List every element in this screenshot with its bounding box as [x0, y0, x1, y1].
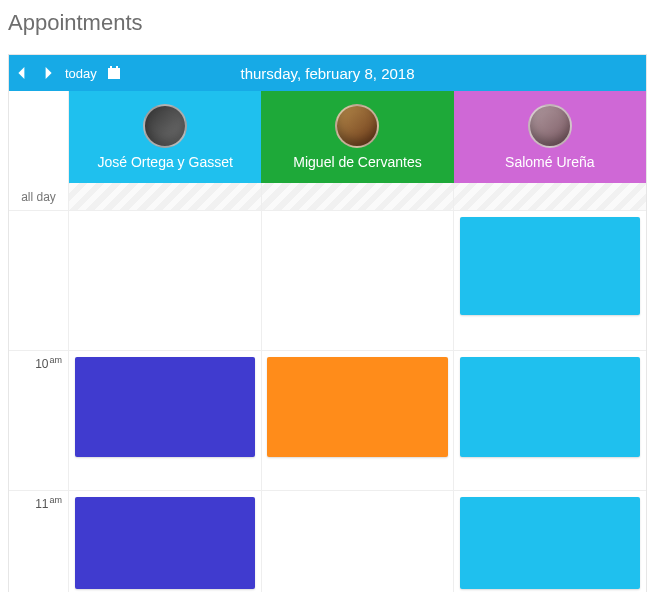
allday-row: all day: [9, 183, 646, 211]
appointment-block[interactable]: [460, 497, 640, 589]
toolbar: today thursday, february 8, 2018: [9, 55, 646, 91]
time-label: [9, 211, 69, 350]
resource-column-0[interactable]: José Ortega y Gasset: [69, 91, 261, 183]
chevron-left-icon: [16, 67, 28, 79]
appointment-block[interactable]: [460, 217, 640, 315]
time-label: 10am: [9, 351, 69, 490]
avatar: [143, 104, 187, 148]
today-button[interactable]: today: [61, 66, 101, 81]
allday-cell[interactable]: [69, 183, 262, 210]
resource-header: José Ortega y Gasset Miguel de Cervantes…: [9, 91, 646, 183]
scheduler: today thursday, february 8, 2018 José Or…: [8, 54, 647, 592]
chevron-right-icon: [42, 67, 54, 79]
calendar-button[interactable]: [101, 66, 127, 80]
resource-name: Miguel de Cervantes: [293, 154, 421, 170]
date-label: thursday, february 8, 2018: [241, 65, 415, 82]
allday-cell[interactable]: [454, 183, 646, 210]
time-grid: 10am 11am: [9, 211, 646, 592]
avatar: [528, 104, 572, 148]
events-layer: [69, 211, 646, 592]
allday-label: all day: [9, 183, 69, 210]
avatar: [335, 104, 379, 148]
appointment-block[interactable]: [460, 357, 640, 457]
event-column-1: [261, 211, 453, 592]
resource-name: Salomé Ureña: [505, 154, 595, 170]
header-gutter: [9, 91, 69, 183]
resource-name: José Ortega y Gasset: [97, 154, 232, 170]
next-button[interactable]: [35, 55, 61, 91]
page-title: Appointments: [0, 0, 655, 54]
appointment-block[interactable]: [267, 357, 447, 457]
time-label: 11am: [9, 491, 69, 592]
event-column-2: [454, 211, 646, 592]
allday-cell[interactable]: [262, 183, 455, 210]
calendar-icon: [107, 66, 121, 80]
resource-column-1[interactable]: Miguel de Cervantes: [261, 91, 453, 183]
appointment-block[interactable]: [75, 497, 255, 589]
prev-button[interactable]: [9, 55, 35, 91]
appointment-block[interactable]: [75, 357, 255, 457]
event-column-0: [69, 211, 261, 592]
resource-column-2[interactable]: Salomé Ureña: [454, 91, 646, 183]
